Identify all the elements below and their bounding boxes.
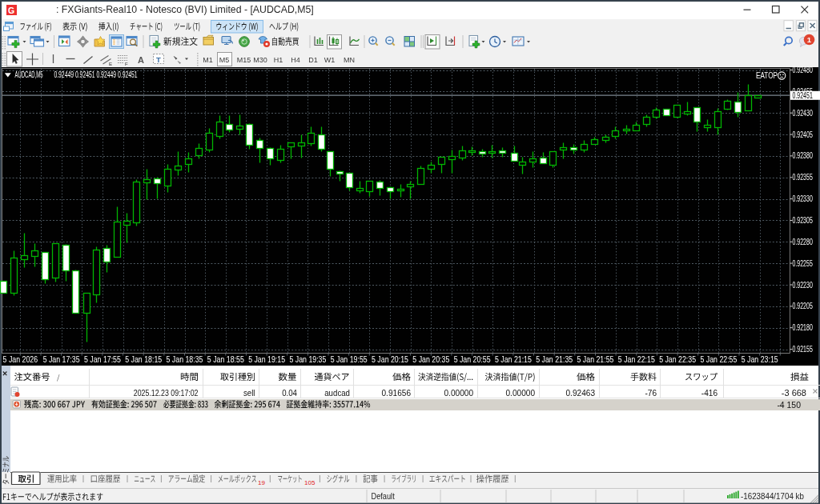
svg-text:2025.12.23 09:17:02: 2025.12.23 09:17:02 <box>134 388 199 398</box>
svg-text:0.92480: 0.92480 <box>793 66 813 75</box>
svg-text:H1: H1 <box>274 56 283 64</box>
svg-text:0.92463: 0.92463 <box>565 387 595 397</box>
svg-text:0.91656: 0.91656 <box>381 387 411 397</box>
svg-text:5 Jan 22:15: 5 Jan 22:15 <box>618 354 655 364</box>
svg-text:M5: M5 <box>219 56 230 64</box>
svg-text:-1623844/1704 kb: -1623844/1704 kb <box>741 491 804 501</box>
svg-text:0.92305: 0.92305 <box>793 216 813 226</box>
svg-text:5 Jan 22:35: 5 Jan 22:35 <box>659 354 696 364</box>
svg-text:W1: W1 <box>324 56 336 64</box>
svg-text:F: F <box>125 62 128 66</box>
svg-text:-76: -76 <box>645 387 657 397</box>
svg-text:5 Jan 20:55: 5 Jan 20:55 <box>454 354 491 364</box>
svg-text:5 Jan 21:15: 5 Jan 21:15 <box>495 354 532 364</box>
svg-text:H4: H4 <box>291 56 300 64</box>
svg-text:1: 1 <box>807 35 812 44</box>
svg-text:0.00000: 0.00000 <box>444 387 473 397</box>
svg-text:0.92355: 0.92355 <box>793 173 813 182</box>
svg-text:0.92430: 0.92430 <box>793 108 813 118</box>
svg-text:5 Jan 19:15: 5 Jan 19:15 <box>248 354 285 364</box>
svg-text:-416: -416 <box>701 387 718 397</box>
svg-text:D1: D1 <box>308 56 318 64</box>
svg-text:audcad: audcad <box>324 388 350 398</box>
svg-text:5 Jan 17:55: 5 Jan 17:55 <box>84 354 121 364</box>
svg-text:5 Jan 21:35: 5 Jan 21:35 <box>536 354 573 364</box>
svg-text:5 Jan 23:15: 5 Jan 23:15 <box>742 354 778 364</box>
svg-text:T: T <box>156 55 161 64</box>
svg-text:5 Jan 18:55: 5 Jan 18:55 <box>207 354 244 364</box>
svg-text:5 Jan 17:35: 5 Jan 17:35 <box>43 354 80 364</box>
svg-text:0.92155: 0.92155 <box>793 345 813 354</box>
svg-text:EATOP: EATOP <box>756 71 778 80</box>
svg-text:5 Jan 18:35: 5 Jan 18:35 <box>167 354 203 364</box>
svg-text:0.04: 0.04 <box>282 388 297 398</box>
svg-text:E: E <box>109 62 112 66</box>
svg-text:: FXGiants-Real10 - Notesco (B: : FXGiants-Real10 - Notesco (BVI) Limite… <box>56 4 314 15</box>
svg-text:0.92255: 0.92255 <box>793 258 813 268</box>
svg-text:AUDCAD,M5: AUDCAD,M5 <box>15 70 43 79</box>
svg-text:0.92180: 0.92180 <box>793 323 813 333</box>
svg-text:0.00000: 0.00000 <box>505 387 535 397</box>
svg-text:0.92330: 0.92330 <box>793 194 813 204</box>
svg-text:0.92405: 0.92405 <box>793 130 813 139</box>
svg-text:5 Jan 19:55: 5 Jan 19:55 <box>331 354 368 364</box>
svg-text:0.92205: 0.92205 <box>793 302 813 311</box>
svg-text:M15: M15 <box>237 56 251 64</box>
svg-text:Default: Default <box>372 491 395 501</box>
svg-text:0.92380: 0.92380 <box>793 151 813 161</box>
svg-text:-3 668: -3 668 <box>782 388 806 398</box>
svg-text:0.92451: 0.92451 <box>793 90 813 100</box>
svg-text:5 Jan 20:35: 5 Jan 20:35 <box>412 354 449 364</box>
svg-text:0.92230: 0.92230 <box>793 280 813 290</box>
svg-text:5 Jan 22:55: 5 Jan 22:55 <box>700 354 737 364</box>
svg-text:MN: MN <box>344 56 355 64</box>
svg-text:5 Jan 2026: 5 Jan 2026 <box>3 354 38 364</box>
svg-text:-4 150: -4 150 <box>777 399 801 409</box>
svg-text:0.92449 0.92451 0.92449 0.9245: 0.92449 0.92451 0.92449 0.92451 <box>54 70 137 80</box>
svg-text:5 Jan 18:15: 5 Jan 18:15 <box>125 354 162 364</box>
svg-text:0.92280: 0.92280 <box>793 238 813 247</box>
svg-text:5 Jan 20:15: 5 Jan 20:15 <box>372 354 408 364</box>
svg-text:M1: M1 <box>203 56 213 64</box>
svg-text:M30: M30 <box>253 56 267 64</box>
svg-text:sell: sell <box>243 388 255 398</box>
svg-text:A: A <box>138 55 144 65</box>
svg-text:5 Jan 21:55: 5 Jan 21:55 <box>577 354 614 364</box>
svg-text:5 Jan 19:35: 5 Jan 19:35 <box>289 354 326 364</box>
